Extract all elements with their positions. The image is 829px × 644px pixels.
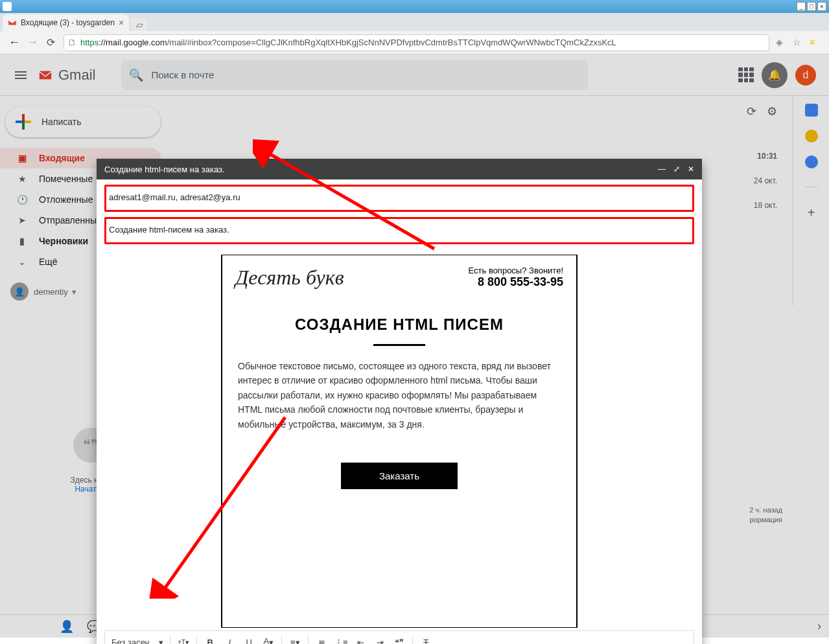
subject-field[interactable]: Создание html-писем на заказ. bbox=[109, 220, 690, 238]
chrome-logo-icon bbox=[3, 2, 12, 11]
subject-value: Создание html-писем на заказ. bbox=[109, 225, 229, 235]
bullet-list-icon[interactable]: ⋮≡ bbox=[332, 633, 350, 644]
browser-toolbar: ← → ⟳ 🗋 https ://mail.google.com /mail/#… bbox=[0, 31, 829, 54]
email-paragraph: Обычное текстовое письмо, состоящее из о… bbox=[222, 359, 576, 447]
minimize-icon[interactable]: _ bbox=[797, 2, 806, 11]
close-window-icon[interactable]: × bbox=[817, 2, 826, 11]
align-icon[interactable]: ≡▾ bbox=[286, 633, 304, 644]
font-family-select[interactable]: Без засеч…▾ bbox=[109, 638, 166, 645]
text-color-icon[interactable]: A▾ bbox=[259, 633, 277, 644]
to-value: adresat1@mail.ru, adresat2@ya.ru bbox=[109, 192, 240, 202]
brand-logo: Десять букв bbox=[235, 266, 344, 290]
phone-number: 8 800 555-33-95 bbox=[469, 275, 563, 289]
tab-title: Входящие (3) - toysgarden bbox=[21, 18, 115, 27]
compose-body[interactable]: Десять букв Есть вопросы? Звоните! 8 800… bbox=[97, 249, 702, 630]
underline-icon[interactable]: U bbox=[240, 633, 258, 644]
reload-button[interactable]: ⟳ bbox=[41, 34, 60, 52]
italic-icon[interactable]: I bbox=[220, 633, 239, 644]
order-button[interactable]: Заказать bbox=[341, 463, 458, 489]
star-icon[interactable]: ☆ bbox=[793, 37, 804, 49]
formatting-toolbar: Без засеч…▾ тТ▾ B I U A▾ ≡▾ ≣ ⋮≡ ⇤ ⇥ ❝❞ … bbox=[104, 630, 694, 644]
compose-expand-icon[interactable]: ⤢ bbox=[673, 165, 680, 174]
gmail-app: Gmail 🔍 Поиск в почте 🔔 d Написать ▣ Вхо… bbox=[0, 54, 829, 638]
indent-less-icon[interactable]: ⇤ bbox=[351, 633, 369, 644]
url-domain: ://mail.google.com bbox=[99, 38, 167, 47]
indent-more-icon[interactable]: ⇥ bbox=[371, 633, 389, 644]
url-path: /mail/#inbox?compose=CllgCJlKnfhbRgXqltX… bbox=[167, 38, 616, 47]
tab-close-icon[interactable]: × bbox=[119, 17, 124, 28]
extension-icon[interactable]: ◈ bbox=[776, 37, 788, 49]
forward-button[interactable]: → bbox=[23, 34, 41, 52]
numbered-list-icon[interactable]: ≣ bbox=[312, 633, 331, 644]
highlight-subject: Создание html-писем на заказ. bbox=[104, 217, 694, 244]
quote-icon[interactable]: ❝❞ bbox=[390, 633, 408, 644]
maximize-icon[interactable]: □ bbox=[807, 2, 816, 11]
gmail-favicon-icon bbox=[8, 18, 17, 27]
clear-formatting-icon[interactable]: T bbox=[417, 633, 435, 644]
font-size-icon[interactable]: тТ▾ bbox=[174, 633, 193, 644]
back-button[interactable]: ← bbox=[5, 34, 23, 52]
chrome-menu-icon[interactable]: ≡ bbox=[810, 37, 821, 49]
browser-tab[interactable]: Входящие (3) - toysgarden × bbox=[3, 14, 129, 31]
url-scheme: https bbox=[80, 38, 99, 47]
compose-close-icon[interactable]: ✕ bbox=[688, 165, 694, 174]
tab-strip: Входящие (3) - toysgarden × ▱ bbox=[0, 13, 829, 31]
compose-window: Создание html-писем на заказ. — ⤢ ✕ adre… bbox=[97, 159, 702, 644]
url-bar[interactable]: 🗋 https ://mail.google.com /mail/#inbox?… bbox=[64, 34, 769, 51]
email-template: Десять букв Есть вопросы? Звоните! 8 800… bbox=[221, 255, 578, 628]
highlight-to: adresat1@mail.ru, adresat2@ya.ru bbox=[104, 185, 694, 212]
to-field[interactable]: adresat1@mail.ru, adresat2@ya.ru bbox=[109, 188, 690, 206]
compose-minimize-icon[interactable]: — bbox=[658, 165, 666, 174]
cta-question: Есть вопросы? Звоните! bbox=[469, 266, 563, 275]
window-titlebar: _ □ × bbox=[0, 0, 829, 13]
compose-titlebar[interactable]: Создание html-писем на заказ. — ⤢ ✕ bbox=[97, 159, 702, 179]
divider bbox=[373, 344, 425, 346]
new-tab-button[interactable]: ▱ bbox=[132, 18, 147, 31]
bold-icon[interactable]: B bbox=[201, 633, 219, 644]
email-heading: СОЗДАНИЕ HTML ПИСЕМ bbox=[222, 300, 576, 339]
compose-title: Создание html-писем на заказ. bbox=[104, 165, 225, 174]
